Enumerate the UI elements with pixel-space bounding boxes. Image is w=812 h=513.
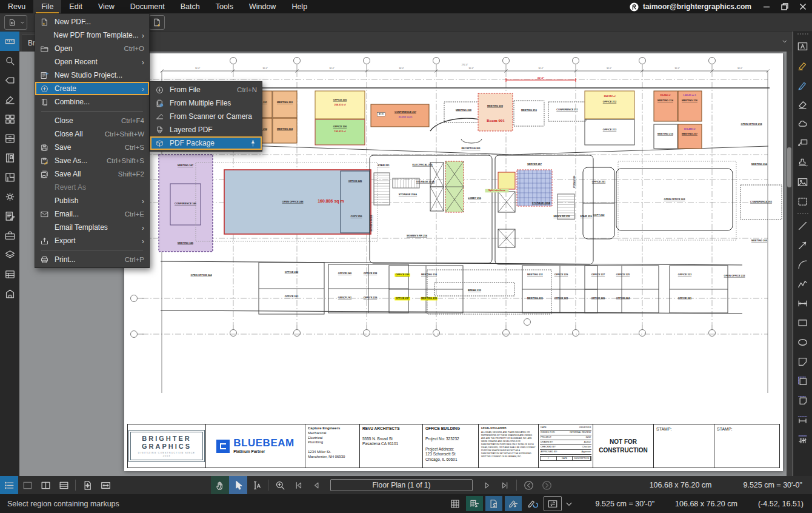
page-field[interactable]: Floor Plan (1 of 1) xyxy=(330,479,473,491)
create-menu-item-from-scanner-or-camera[interactable]: From Scanner or Camera xyxy=(150,110,262,123)
polygon-icon[interactable] xyxy=(793,352,812,371)
fit-page-button[interactable] xyxy=(78,476,96,494)
file-menu-item-email-templates[interactable]: Email Templates› xyxy=(35,221,149,234)
file-menu-item-create[interactable]: Create› xyxy=(35,82,149,95)
file-menu-item-combine[interactable]: Combine... xyxy=(35,95,149,109)
dimension-icon[interactable] xyxy=(793,293,812,313)
snap-to-markup-toggle[interactable] xyxy=(505,496,522,511)
minimize-button[interactable] xyxy=(757,0,776,13)
callout-icon[interactable] xyxy=(793,133,812,153)
split-vertical-button[interactable] xyxy=(36,476,55,494)
drawer-icon[interactable] xyxy=(0,129,19,148)
menubar-item-revu[interactable]: Revu xyxy=(0,0,33,13)
split-horizontal-button[interactable] xyxy=(55,476,73,494)
next-page-button[interactable] xyxy=(478,476,496,494)
file-menu-split-button[interactable] xyxy=(4,15,27,30)
last-page-button[interactable] xyxy=(496,476,514,494)
markups-icon[interactable] xyxy=(0,206,19,226)
ruler-icon[interactable] xyxy=(0,32,19,51)
highlighter-icon[interactable] xyxy=(793,56,812,75)
menubar-item-window[interactable]: Window xyxy=(241,0,284,13)
thumbnails-icon[interactable] xyxy=(0,109,19,129)
bookmarks-icon[interactable] xyxy=(0,148,19,167)
account-email[interactable]: taimoor@brightergraphics.com xyxy=(643,2,751,11)
signature-icon[interactable] xyxy=(0,90,19,109)
image-icon[interactable] xyxy=(793,172,812,192)
eraser-icon[interactable] xyxy=(793,95,812,114)
pen-icon[interactable] xyxy=(793,75,812,95)
menubar-item-tools[interactable]: Tools xyxy=(208,0,241,13)
tabstrip-chevron-icon[interactable] xyxy=(781,36,788,47)
file-menu-item-open-recent[interactable]: Open Recent› xyxy=(35,55,149,69)
snapshot-icon[interactable] xyxy=(793,192,812,211)
studio-icon[interactable] xyxy=(0,284,19,303)
create-menu-item-layered-pdf[interactable]: Layered PDF xyxy=(150,123,262,136)
snap-to-content-toggle[interactable] xyxy=(485,496,502,511)
next-view-button[interactable] xyxy=(537,476,556,494)
tag-icon[interactable] xyxy=(0,70,19,90)
menubar-item-batch[interactable]: Batch xyxy=(173,0,208,13)
reuse-markup-toggle[interactable] xyxy=(544,496,562,511)
area-icon[interactable] xyxy=(793,371,812,391)
status-options-chevron[interactable] xyxy=(564,496,574,511)
layers-icon[interactable] xyxy=(0,245,19,264)
scrollbar-thumb[interactable] xyxy=(787,147,791,187)
panel-menu-button[interactable] xyxy=(0,476,18,494)
file-menu-item-save-all[interactable]: Save AllShift+F2 xyxy=(35,167,149,181)
file-menu-item-close[interactable]: CloseCtrl+F4 xyxy=(35,114,149,127)
file-menu-item-new-studio-project[interactable]: New Studio Project... xyxy=(35,69,149,82)
length-icon[interactable] xyxy=(793,410,812,429)
arc-icon[interactable] xyxy=(793,255,812,274)
create-menu-item-from-multiple-files[interactable]: From Multiple Files xyxy=(150,96,262,110)
file-menu-item-publish[interactable]: Publish› xyxy=(35,194,149,207)
select-tool-button[interactable] xyxy=(229,476,247,494)
create-menu-item-from-file[interactable]: From FileCtrl+N xyxy=(150,83,262,96)
file-menu-item-new-pdf-from-template[interactable]: New PDF from Template...› xyxy=(35,29,149,42)
snap-to-grid-toggle[interactable] xyxy=(466,496,483,511)
first-page-button[interactable] xyxy=(289,476,307,494)
file-menu-item-save[interactable]: SaveCtrl+S xyxy=(35,141,149,154)
cloud-icon[interactable] xyxy=(793,114,812,133)
polyline-icon[interactable] xyxy=(793,274,812,293)
pin-icon[interactable] xyxy=(249,139,257,147)
menubar-item-edit[interactable]: Edit xyxy=(61,0,90,13)
search-icon[interactable] xyxy=(0,51,19,70)
sets-icon[interactable] xyxy=(0,264,19,284)
menubar-item-help[interactable]: Help xyxy=(284,0,315,13)
close-button[interactable] xyxy=(794,0,812,13)
menubar-item-view[interactable]: View xyxy=(90,0,122,13)
previous-page-button[interactable] xyxy=(307,476,325,494)
file-menu-item-save-as[interactable]: Save As...Ctrl+Shift+S xyxy=(35,154,149,167)
pan-tool-button[interactable] xyxy=(211,476,229,494)
rectangle-icon[interactable] xyxy=(793,313,812,332)
file-menu-item-new-pdf[interactable]: New PDF... xyxy=(35,15,149,29)
count-icon[interactable] xyxy=(793,429,812,449)
single-pane-button[interactable] xyxy=(18,476,36,494)
menubar-item-document[interactable]: Document xyxy=(122,0,173,13)
fit-width-button[interactable] xyxy=(96,476,115,494)
spaces-icon[interactable] xyxy=(0,167,19,187)
file-menu-item-print[interactable]: Print...Ctrl+P xyxy=(35,253,149,266)
previous-view-button[interactable] xyxy=(519,476,537,494)
perimeter-icon[interactable] xyxy=(793,391,812,410)
file-menu-item-export[interactable]: Export› xyxy=(35,234,149,247)
menubar-item-file[interactable]: File xyxy=(33,0,61,13)
text-box-icon[interactable] xyxy=(793,36,812,56)
restore-button[interactable] xyxy=(776,0,794,13)
line-icon[interactable] xyxy=(793,216,812,235)
insert-page-button[interactable] xyxy=(149,15,165,30)
file-menu-item-email[interactable]: Email...Ctrl+E xyxy=(35,207,149,221)
snap-to-hatch-toggle[interactable] xyxy=(524,496,541,511)
ellipse-icon[interactable] xyxy=(793,332,812,352)
zoom-tool-button[interactable] xyxy=(271,476,289,494)
file-menu-item-close-all[interactable]: Close AllCtrl+Shift+W xyxy=(35,127,149,141)
file-menu-item-open[interactable]: OpenCtrl+O xyxy=(35,42,149,55)
grid-toggle[interactable] xyxy=(447,496,464,511)
vertical-scrollbar[interactable] xyxy=(787,52,792,476)
arrow-icon[interactable] xyxy=(793,235,812,255)
gear-icon[interactable] xyxy=(0,187,19,206)
select-text-tool-button[interactable] xyxy=(247,476,265,494)
stamp-icon[interactable] xyxy=(793,153,812,172)
toolbox-icon[interactable] xyxy=(0,226,19,245)
create-menu-item-pdf-package[interactable]: PDF Package xyxy=(150,136,262,150)
